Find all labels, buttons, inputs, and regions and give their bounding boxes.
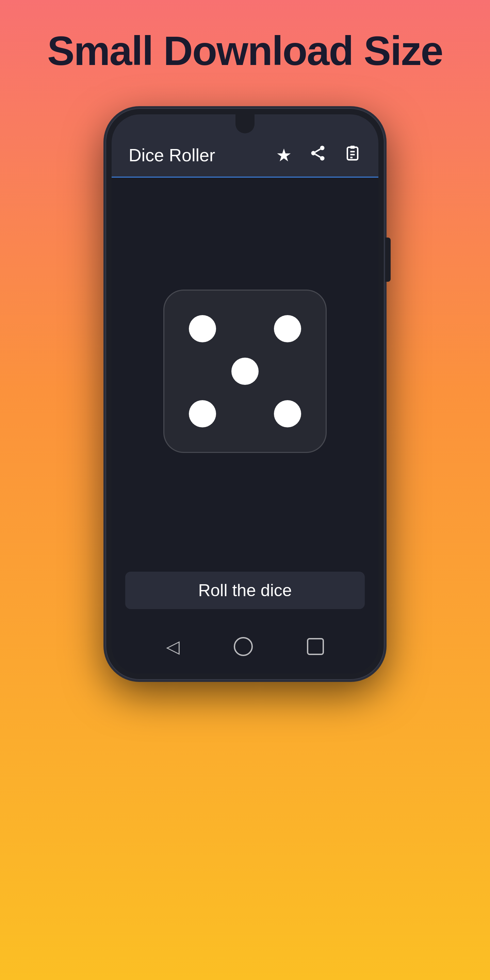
dice-face[interactable] [163, 290, 327, 453]
svg-point-1 [311, 151, 316, 155]
app-title: Dice Roller [129, 145, 276, 165]
dot-3 [231, 358, 259, 385]
roll-dice-button[interactable]: Roll the dice [125, 572, 365, 609]
page-title: Small Download Size [47, 27, 443, 74]
bottom-area: Roll the dice [111, 565, 379, 619]
dot-empty-3 [274, 358, 301, 385]
phone-notch [235, 115, 255, 134]
dot-4 [189, 400, 216, 427]
phone-mockup: Dice Roller ★ [105, 108, 385, 680]
svg-point-0 [320, 146, 325, 150]
dot-1 [189, 315, 216, 342]
dot-empty-4 [231, 400, 259, 427]
nav-bar: ◁ [111, 619, 379, 674]
dot-2 [274, 315, 301, 342]
app-bar: Dice Roller ★ [111, 134, 379, 178]
app-bar-icons: ★ [276, 144, 361, 166]
nav-home-icon[interactable] [234, 637, 253, 656]
clipboard-icon[interactable] [344, 144, 361, 166]
phone-screen: Dice Roller ★ [111, 115, 379, 674]
phone-shell: Dice Roller ★ [105, 108, 385, 680]
favorite-icon[interactable]: ★ [276, 145, 292, 165]
nav-back-icon[interactable]: ◁ [166, 636, 180, 657]
svg-line-4 [315, 149, 321, 152]
main-content [111, 178, 379, 565]
dot-5 [274, 400, 301, 427]
share-icon[interactable] [309, 144, 327, 166]
dot-empty-1 [231, 315, 259, 342]
svg-line-3 [315, 154, 321, 157]
svg-point-2 [320, 156, 325, 160]
nav-recents-icon[interactable] [307, 638, 324, 655]
dot-empty-2 [189, 358, 216, 385]
svg-rect-6 [350, 146, 355, 149]
